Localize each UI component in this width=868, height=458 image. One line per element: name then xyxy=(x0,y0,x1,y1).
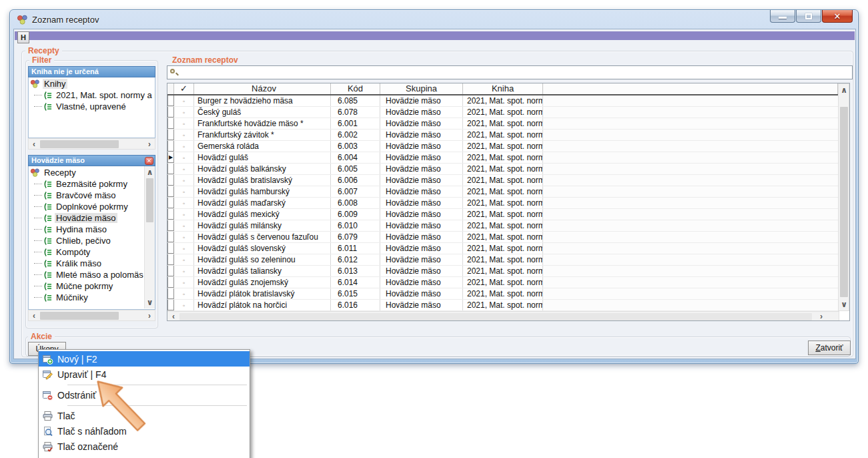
cell-kniha[interactable]: 2021, Mat. spot. normy a xyxy=(463,277,543,288)
tree-item[interactable]: Hovädzie mäso xyxy=(30,212,143,224)
menu-item-edit-record[interactable]: Upraviť | F4 xyxy=(39,367,250,382)
table-row[interactable]: ◦Hovädzí guláš hamburský6.007Hovädzie mä… xyxy=(167,186,838,198)
row-check-cell[interactable]: ◦ xyxy=(174,243,194,254)
row-check-cell[interactable]: ◦ xyxy=(174,220,194,231)
cell-skupina[interactable]: Hovädzie mäso xyxy=(380,243,463,254)
table-row[interactable]: ◦Gemerská roláda6.003Hovädzie mäso2021, … xyxy=(167,141,838,152)
check-column-header[interactable]: ✓ xyxy=(174,83,194,94)
cell-kod[interactable]: 6.004 xyxy=(331,152,380,163)
categories-vscroll-thumb[interactable] xyxy=(146,178,153,222)
maximize-button[interactable] xyxy=(796,10,821,23)
cell-kod[interactable]: 6.011 xyxy=(331,243,380,254)
scroll-left-icon[interactable]: ‹ xyxy=(30,311,38,320)
cell-kniha[interactable]: 2021, Mat. spot. normy a xyxy=(463,243,543,254)
menu-item-delete-record[interactable]: Odstrániť xyxy=(39,387,250,403)
tree-root[interactable]: Knihy xyxy=(30,78,155,89)
tree-item[interactable]: 2021, Mat. spot. normy a r xyxy=(30,89,155,101)
title-bar[interactable]: Zoznam receptov xyxy=(10,10,858,29)
cell-nazov[interactable]: Hovädzí guláš milánsky xyxy=(194,220,331,231)
cell-kniha[interactable]: 2021, Mat. spot. normy a xyxy=(463,220,543,231)
cell-skupina[interactable]: Hovädzie mäso xyxy=(380,164,463,174)
cell-kniha[interactable]: 2021, Mat. spot. normy a xyxy=(463,232,543,242)
categories-hscrollbar[interactable]: ‹ › xyxy=(28,310,155,321)
cell-nazov[interactable]: Hovädzí guláš slovenský xyxy=(194,243,331,254)
row-selector-cell[interactable] xyxy=(167,95,174,106)
cell-skupina[interactable]: Hovädzie mäso xyxy=(380,186,463,197)
table-row[interactable]: ◦Burger z hovädzieho mäsa6.085Hovädzie m… xyxy=(167,95,838,107)
row-selector-cell[interactable] xyxy=(167,209,174,220)
cell-nazov[interactable]: Hovädzí plátok bratislavský xyxy=(194,288,331,299)
cell-nazov[interactable]: Hovädzí guláš hamburský xyxy=(194,186,331,197)
scroll-down-icon[interactable]: ∨ xyxy=(145,298,154,307)
cell-skupina[interactable]: Hovädzie mäso xyxy=(380,107,463,118)
table-row[interactable]: ◦Hovädzí guláš maďarský6.008Hovädzie mäs… xyxy=(167,198,838,209)
row-selector-cell[interactable] xyxy=(167,266,174,276)
cell-kniha[interactable]: 2021, Mat. spot. normy a xyxy=(463,288,543,299)
cell-kniha[interactable]: 2021, Mat. spot. normy a xyxy=(463,175,543,186)
row-selector-cell[interactable] xyxy=(167,300,174,310)
scroll-up-icon[interactable]: ∧ xyxy=(145,168,154,177)
cell-kod[interactable]: 6.015 xyxy=(331,288,380,299)
cell-kod[interactable]: 6.014 xyxy=(331,277,380,288)
scroll-right-icon[interactable]: › xyxy=(145,311,153,320)
cell-skupina[interactable]: Hovädzie mäso xyxy=(380,288,463,299)
row-selector-cell[interactable] xyxy=(167,141,174,152)
cell-kniha[interactable]: 2021, Mat. spot. normy a xyxy=(463,95,543,106)
row-selector-cell[interactable] xyxy=(167,243,174,254)
cell-kod[interactable]: 6.001 xyxy=(331,118,380,129)
cell-skupina[interactable]: Hovädzie mäso xyxy=(380,220,463,231)
cell-kod[interactable]: 6.006 xyxy=(331,175,380,186)
cell-skupina[interactable]: Hovädzie mäso xyxy=(380,232,463,242)
table-row[interactable]: ◦Český guláš6.078Hovädzie mäso2021, Mat.… xyxy=(167,107,838,118)
cell-kniha[interactable]: 2021, Mat. spot. normy a xyxy=(463,152,543,163)
cell-nazov[interactable]: Frankfurtský závitok * xyxy=(194,130,331,140)
books-hscrollbar[interactable]: ‹ › xyxy=(28,138,155,150)
cell-nazov[interactable]: Hovädzí guláš s červenou fazuľou xyxy=(194,232,331,242)
row-selector-cell[interactable] xyxy=(167,220,174,231)
tree-item[interactable]: Hydina mäso xyxy=(30,224,143,235)
tree-item[interactable]: Múčne pokrmy xyxy=(30,280,143,292)
cell-nazov[interactable]: Hovädzí guláš xyxy=(194,152,331,163)
tree-item[interactable]: Mleté mäso a polomäsi xyxy=(30,269,143,280)
cell-kod[interactable]: 6.012 xyxy=(331,254,380,265)
table-row[interactable]: ◦Hovädzí guláš s červenou fazuľou6.079Ho… xyxy=(167,232,838,243)
row-selector-cell[interactable] xyxy=(167,130,174,140)
cell-nazov[interactable]: Český guláš xyxy=(194,107,331,118)
tab-h[interactable]: H xyxy=(17,31,29,43)
cell-kniha[interactable]: 2021, Mat. spot. normy a xyxy=(463,130,543,140)
cell-kniha[interactable]: 2021, Mat. spot. normy a xyxy=(463,186,543,197)
row-check-cell[interactable]: ◦ xyxy=(174,107,194,118)
row-selector-cell[interactable] xyxy=(167,175,174,186)
table-row[interactable]: ◦Frankfurtský závitok *6.002Hovädzie mäs… xyxy=(167,130,838,141)
cell-kniha[interactable]: 2021, Mat. spot. normy a xyxy=(463,254,543,265)
cell-kniha[interactable]: 2021, Mat. spot. normy a xyxy=(463,107,543,118)
column-header-kniha[interactable]: Kniha xyxy=(463,83,543,94)
categories-vscrollbar[interactable]: ∧ ∨ xyxy=(144,166,155,308)
row-check-cell[interactable]: ◦ xyxy=(174,254,194,265)
cell-kod[interactable]: 6.078 xyxy=(331,107,380,118)
cell-skupina[interactable]: Hovädzie mäso xyxy=(380,152,463,163)
cell-skupina[interactable]: Hovädzie mäso xyxy=(380,266,463,276)
tree-item[interactable]: Vlastné, upravené xyxy=(30,101,155,112)
cell-nazov[interactable]: Frankfurtské hovädzie mäso * xyxy=(194,118,331,129)
row-check-cell[interactable]: ◦ xyxy=(174,152,194,163)
row-selector-cell[interactable] xyxy=(167,107,174,118)
minimize-button[interactable] xyxy=(770,10,795,23)
table-row[interactable]: ◦Hovädzí guláš mexický6.009Hovädzie mäso… xyxy=(167,209,838,220)
scroll-down-icon[interactable]: ∨ xyxy=(840,300,848,309)
cell-kod[interactable]: 6.005 xyxy=(331,164,380,174)
cell-kod[interactable]: 6.002 xyxy=(331,130,380,140)
row-check-cell[interactable]: ◦ xyxy=(174,198,194,208)
cell-nazov[interactable]: Hovädzí guláš bratislavský xyxy=(194,175,331,186)
row-selector-cell[interactable] xyxy=(167,254,174,265)
cell-kod[interactable]: 6.008 xyxy=(331,198,380,208)
row-selector-cell[interactable] xyxy=(167,164,174,174)
table-row[interactable]: ◦Hovädzí guláš milánsky6.010Hovädzie mäs… xyxy=(167,220,838,232)
row-selector-cell[interactable] xyxy=(167,288,174,299)
cell-nazov[interactable]: Hovädzí guláš balkánsky xyxy=(194,164,331,174)
table-row[interactable]: ◦Hovädzí guláš znojemský6.014Hovädzie mä… xyxy=(167,277,838,288)
table-vscrollbar[interactable]: ∧ ∨ xyxy=(838,83,849,311)
row-check-cell[interactable]: ◦ xyxy=(174,175,194,186)
cell-kniha[interactable]: 2021, Mat. spot. normy a xyxy=(463,141,543,152)
cell-skupina[interactable]: Hovädzie mäso xyxy=(380,300,463,310)
